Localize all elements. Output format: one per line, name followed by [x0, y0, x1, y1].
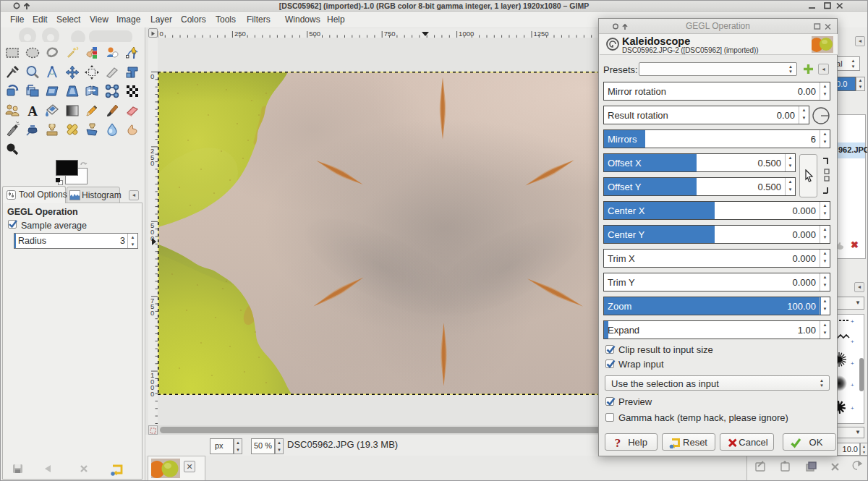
- svg-text:0: 0: [150, 390, 154, 398]
- svg-text:+: +: [851, 339, 854, 345]
- svg-text:+: +: [851, 405, 854, 412]
- svg-text:?: ?: [615, 437, 621, 448]
- svg-text:+: +: [851, 318, 854, 325]
- svg-text:+: +: [851, 360, 854, 367]
- svg-text:0: 0: [160, 30, 163, 38]
- svg-text:0: 0: [150, 309, 154, 317]
- svg-text:A: A: [27, 103, 38, 119]
- svg-text:0: 0: [150, 159, 154, 167]
- svg-text:0: 0: [150, 72, 154, 80]
- svg-text:+: +: [851, 382, 854, 388]
